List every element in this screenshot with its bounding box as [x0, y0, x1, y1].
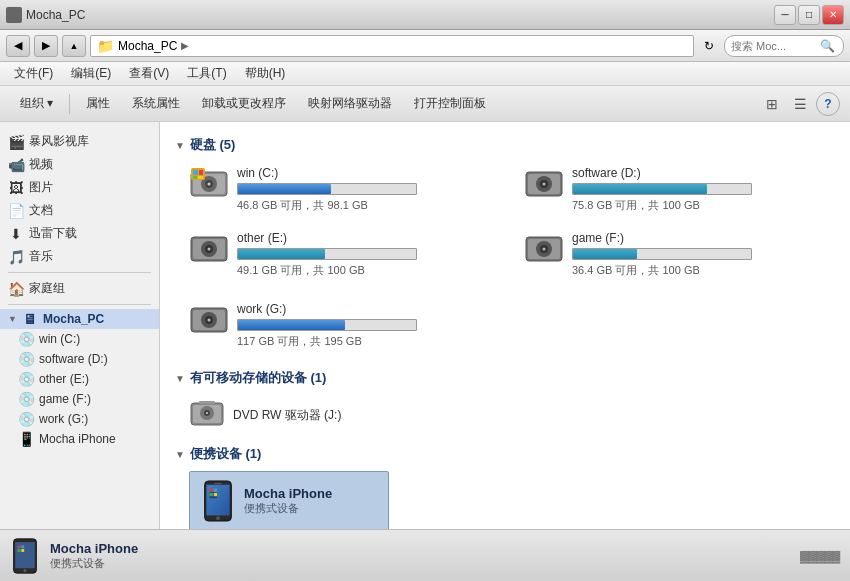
back-button[interactable]: ◀ — [6, 35, 30, 57]
svg-point-52 — [23, 569, 26, 572]
menu-file[interactable]: 文件(F) — [6, 63, 61, 84]
sidebar-item-g[interactable]: 💿 work (G:) — [0, 409, 159, 429]
menu-edit[interactable]: 编辑(E) — [63, 63, 119, 84]
video-icon: 📹 — [8, 157, 24, 173]
sidebar-item-xunlei[interactable]: ⬇ 迅雷下载 — [0, 222, 159, 245]
toolbar-separator — [69, 94, 70, 114]
svg-rect-44 — [209, 493, 212, 496]
status-time: ▓▓▓▓▓ — [800, 550, 840, 562]
control-panel-button[interactable]: 打开控制面板 — [404, 92, 496, 115]
hard-disks-section-header: ▼ 硬盘 (5) — [175, 136, 835, 154]
portable-device-item[interactable]: Mocha iPhone 便携式设备 — [189, 471, 389, 529]
uninstall-button[interactable]: 卸载或更改程序 — [192, 92, 296, 115]
up-button[interactable]: ▲ — [62, 35, 86, 57]
drive-e-info: other (E:) 49.1 GB 可用，共 100 GB — [237, 231, 496, 278]
address-path[interactable]: 📁 Mocha_PC ▶ — [90, 35, 694, 57]
help-button[interactable]: ? — [816, 92, 840, 116]
drive-e-bar-container — [237, 248, 417, 260]
drive-g-usage: 117 GB 可用，共 195 GB — [237, 334, 506, 349]
menu-view[interactable]: 查看(V) — [121, 63, 177, 84]
sidebar-item-d[interactable]: 💿 software (D:) — [0, 349, 159, 369]
portable-arrow-icon: ▼ — [175, 449, 185, 460]
drive-g-item[interactable]: work (G:) 117 GB 可用，共 195 GB — [185, 298, 510, 353]
sidebar-item-video-lib[interactable]: 🎬 暴风影视库 — [0, 130, 159, 153]
toolbar-right: ⊞ ☰ ? — [760, 92, 840, 116]
xunlei-icon: ⬇ — [8, 226, 24, 242]
organize-button[interactable]: 组织 ▾ — [10, 92, 63, 115]
dvd-item[interactable]: DVD RW 驱动器 (J:) — [175, 395, 835, 435]
drive-c-bar-container — [237, 183, 417, 195]
address-bar: ◀ ▶ ▲ 📁 Mocha_PC ▶ ↻ 🔍 — [0, 30, 850, 62]
sidebar-item-homegroup-label: 家庭组 — [29, 280, 65, 297]
sidebar-item-pictures[interactable]: 🖼 图片 — [0, 176, 159, 199]
sidebar-item-pictures-label: 图片 — [29, 179, 53, 196]
window-title: Mocha_PC — [26, 8, 85, 22]
sidebar-item-computer[interactable]: ▼ 🖥 Mocha_PC — [0, 309, 159, 329]
drive-c-usage: 46.8 GB 可用，共 98.1 GB — [237, 198, 496, 213]
svg-point-39 — [216, 516, 220, 520]
tree-expand-icon: ▼ — [8, 314, 17, 324]
drive-g-icon: 💿 — [18, 411, 34, 427]
drive-e-usage: 49.1 GB 可用，共 100 GB — [237, 263, 496, 278]
svg-point-34 — [206, 412, 208, 414]
sidebar-item-c[interactable]: 💿 win (C:) — [0, 329, 159, 349]
menu-help[interactable]: 帮助(H) — [237, 63, 294, 84]
portable-device-type: 便携式设备 — [244, 501, 332, 516]
drive-e-item[interactable]: other (E:) 49.1 GB 可用，共 100 GB — [185, 227, 500, 282]
view-toggle-button[interactable]: ⊞ — [760, 92, 784, 116]
sidebar-item-video-label: 视频 — [29, 156, 53, 173]
map-drive-button[interactable]: 映射网络驱动器 — [298, 92, 402, 115]
drive-g-section: work (G:) 117 GB 可用，共 195 GB — [175, 298, 835, 353]
svg-rect-8 — [193, 176, 197, 179]
svg-point-29 — [208, 319, 211, 322]
documents-icon: 📄 — [8, 203, 24, 219]
forward-button[interactable]: ▶ — [34, 35, 58, 57]
refresh-button[interactable]: ↻ — [698, 35, 720, 57]
search-input[interactable] — [731, 40, 816, 52]
music-icon: 🎵 — [8, 249, 24, 265]
system-props-button[interactable]: 系统属性 — [122, 92, 190, 115]
drive-e-bar — [238, 249, 325, 259]
close-button[interactable]: ✕ — [822, 5, 844, 25]
menu-tools[interactable]: 工具(T) — [179, 63, 234, 84]
address-arrow-icon: ▶ — [181, 40, 189, 51]
sidebar-d-label: software (D:) — [39, 352, 108, 366]
drive-f-item[interactable]: game (F:) 36.4 GB 可用，共 100 GB — [520, 227, 835, 282]
drive-c-item[interactable]: win (C:) 46.8 GB 可用，共 98.1 GB — [185, 162, 500, 217]
drive-d-item[interactable]: software (D:) 75.8 GB 可用，共 100 GB — [520, 162, 835, 217]
view-details-button[interactable]: ☰ — [788, 92, 812, 116]
drive-d-bar-container — [572, 183, 752, 195]
svg-rect-45 — [214, 493, 217, 496]
sidebar-item-iphone[interactable]: 📱 Mocha iPhone — [0, 429, 159, 449]
sidebar-item-documents-label: 文档 — [29, 202, 53, 219]
hdd-g-icon — [189, 302, 229, 338]
drive-g-bar-container — [237, 319, 417, 331]
sidebar-item-homegroup[interactable]: 🏠 家庭组 — [0, 277, 159, 300]
computer-icon: 🖥 — [22, 311, 38, 327]
portable-device-icon — [200, 480, 236, 522]
properties-button[interactable]: 属性 — [76, 92, 120, 115]
drive-d-icon: 💿 — [18, 351, 34, 367]
sidebar-item-e[interactable]: 💿 other (E:) — [0, 369, 159, 389]
sidebar-item-video[interactable]: 📹 视频 — [0, 153, 159, 176]
maximize-button[interactable]: □ — [798, 5, 820, 25]
search-icon: 🔍 — [820, 39, 835, 53]
drive-c-icon: 💿 — [18, 331, 34, 347]
drive-d-name: software (D:) — [572, 166, 831, 180]
sidebar-item-music[interactable]: 🎵 音乐 — [0, 245, 159, 268]
sidebar-item-f[interactable]: 💿 game (F:) — [0, 389, 159, 409]
drive-f-info: game (F:) 36.4 GB 可用，共 100 GB — [572, 231, 831, 278]
status-info: Mocha iPhone 便携式设备 — [50, 541, 138, 571]
removable-title: 有可移动存储的设备 (1) — [190, 369, 327, 387]
drive-d-usage: 75.8 GB 可用，共 100 GB — [572, 198, 831, 213]
sidebar-item-documents[interactable]: 📄 文档 — [0, 199, 159, 222]
dvd-icon — [189, 399, 225, 431]
svg-point-19 — [208, 248, 211, 251]
svg-rect-9 — [198, 176, 203, 179]
svg-rect-49 — [21, 545, 24, 548]
drive-c-name: win (C:) — [237, 166, 496, 180]
sidebar-item-video-lib-label: 暴风影视库 — [29, 133, 89, 150]
drive-d-bar — [573, 184, 707, 194]
sidebar-iphone-label: Mocha iPhone — [39, 432, 116, 446]
minimize-button[interactable]: ─ — [774, 5, 796, 25]
